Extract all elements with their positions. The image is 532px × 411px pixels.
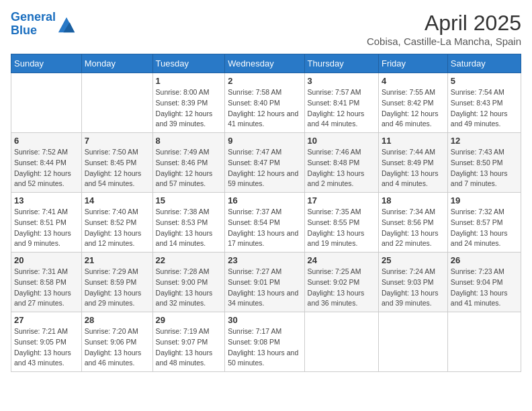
day-detail: Sunrise: 7:27 AM Sunset: 9:01 PM Dayligh…: [228, 267, 301, 309]
day-detail: Sunrise: 7:46 AM Sunset: 8:48 PM Dayligh…: [308, 147, 375, 189]
calendar-cell: [378, 312, 447, 372]
day-number: 21: [85, 255, 150, 265]
calendar-cell: 17Sunrise: 7:35 AM Sunset: 8:55 PM Dayli…: [304, 193, 378, 253]
calendar-cell: 6Sunrise: 7:52 AM Sunset: 8:44 PM Daylig…: [11, 133, 82, 193]
calendar-cell: 26Sunrise: 7:23 AM Sunset: 9:04 PM Dayli…: [447, 253, 521, 312]
calendar-cell: 9Sunrise: 7:47 AM Sunset: 8:47 PM Daylig…: [225, 133, 304, 193]
day-number: 8: [156, 136, 222, 146]
weekday-header-cell: Tuesday: [152, 54, 225, 73]
calendar-cell: 27Sunrise: 7:21 AM Sunset: 9:05 PM Dayli…: [11, 312, 82, 372]
day-number: 14: [85, 195, 150, 205]
day-detail: Sunrise: 8:00 AM Sunset: 8:39 PM Dayligh…: [156, 87, 222, 130]
day-number: 2: [228, 76, 301, 86]
day-detail: Sunrise: 7:38 AM Sunset: 8:53 PM Dayligh…: [156, 207, 222, 249]
day-number: 13: [14, 195, 79, 205]
day-detail: Sunrise: 7:44 AM Sunset: 8:49 PM Dayligh…: [382, 147, 445, 189]
calendar-cell: 4Sunrise: 7:55 AM Sunset: 8:42 PM Daylig…: [378, 73, 447, 133]
logo-icon: [57, 15, 76, 34]
calendar-cell: 21Sunrise: 7:29 AM Sunset: 8:59 PM Dayli…: [81, 253, 152, 312]
day-number: 26: [451, 255, 518, 265]
day-number: 6: [14, 136, 79, 146]
calendar-cell: 5Sunrise: 7:54 AM Sunset: 8:43 PM Daylig…: [447, 73, 521, 133]
calendar-cell: [11, 73, 82, 133]
day-detail: Sunrise: 7:28 AM Sunset: 9:00 PM Dayligh…: [156, 267, 222, 309]
day-number: 28: [85, 315, 150, 325]
weekday-header-cell: Saturday: [447, 54, 521, 73]
weekday-header-row: SundayMondayTuesdayWednesdayThursdayFrid…: [11, 54, 521, 73]
day-detail: Sunrise: 7:47 AM Sunset: 8:47 PM Dayligh…: [228, 147, 301, 189]
calendar-cell: 2Sunrise: 7:58 AM Sunset: 8:40 PM Daylig…: [225, 73, 304, 133]
day-number: 3: [308, 76, 375, 86]
day-number: 17: [308, 195, 375, 205]
day-number: 11: [382, 136, 445, 146]
day-detail: Sunrise: 7:40 AM Sunset: 8:52 PM Dayligh…: [85, 207, 150, 249]
title-area: April 2025 Cobisa, Castille-La Mancha, S…: [367, 11, 521, 47]
day-detail: Sunrise: 7:37 AM Sunset: 8:54 PM Dayligh…: [228, 207, 301, 249]
day-number: 20: [14, 255, 79, 265]
day-number: 15: [156, 195, 222, 205]
calendar-cell: 1Sunrise: 8:00 AM Sunset: 8:39 PM Daylig…: [152, 73, 225, 133]
day-detail: Sunrise: 7:55 AM Sunset: 8:42 PM Dayligh…: [382, 87, 445, 130]
day-number: 7: [85, 136, 150, 146]
day-number: 5: [451, 76, 518, 86]
calendar-cell: 25Sunrise: 7:24 AM Sunset: 9:03 PM Dayli…: [378, 253, 447, 312]
day-detail: Sunrise: 7:29 AM Sunset: 8:59 PM Dayligh…: [85, 267, 150, 309]
day-number: 1: [156, 76, 222, 86]
day-number: 16: [228, 195, 301, 205]
day-number: 24: [308, 255, 375, 265]
calendar-cell: 22Sunrise: 7:28 AM Sunset: 9:00 PM Dayli…: [152, 253, 225, 312]
calendar-cell: 20Sunrise: 7:31 AM Sunset: 8:58 PM Dayli…: [11, 253, 82, 312]
day-number: 22: [156, 255, 222, 265]
day-number: 25: [382, 255, 445, 265]
weekday-header-cell: Wednesday: [225, 54, 304, 73]
day-detail: Sunrise: 7:31 AM Sunset: 8:58 PM Dayligh…: [14, 267, 79, 309]
weekday-header-cell: Thursday: [304, 54, 378, 73]
calendar-cell: 15Sunrise: 7:38 AM Sunset: 8:53 PM Dayli…: [152, 193, 225, 253]
day-detail: Sunrise: 7:20 AM Sunset: 9:06 PM Dayligh…: [85, 326, 150, 369]
day-detail: Sunrise: 7:34 AM Sunset: 8:56 PM Dayligh…: [382, 207, 445, 249]
header: General Blue April 2025 Cobisa, Castille…: [11, 11, 521, 47]
calendar-body: 1Sunrise: 8:00 AM Sunset: 8:39 PM Daylig…: [11, 73, 521, 372]
calendar-week-row: 27Sunrise: 7:21 AM Sunset: 9:05 PM Dayli…: [11, 312, 521, 372]
calendar-cell: 7Sunrise: 7:50 AM Sunset: 8:45 PM Daylig…: [81, 133, 152, 193]
day-detail: Sunrise: 7:25 AM Sunset: 9:02 PM Dayligh…: [308, 267, 375, 309]
calendar-cell: 30Sunrise: 7:17 AM Sunset: 9:08 PM Dayli…: [225, 312, 304, 372]
calendar-cell: 18Sunrise: 7:34 AM Sunset: 8:56 PM Dayli…: [378, 193, 447, 253]
day-detail: Sunrise: 7:43 AM Sunset: 8:50 PM Dayligh…: [451, 147, 518, 189]
calendar-cell: 3Sunrise: 7:57 AM Sunset: 8:41 PM Daylig…: [304, 73, 378, 133]
calendar-cell: 29Sunrise: 7:19 AM Sunset: 9:07 PM Dayli…: [152, 312, 225, 372]
day-detail: Sunrise: 7:19 AM Sunset: 9:07 PM Dayligh…: [156, 326, 222, 369]
day-number: 27: [14, 315, 79, 325]
calendar-cell: 23Sunrise: 7:27 AM Sunset: 9:01 PM Dayli…: [225, 253, 304, 312]
calendar-cell: 28Sunrise: 7:20 AM Sunset: 9:06 PM Dayli…: [81, 312, 152, 372]
day-number: 18: [382, 195, 445, 205]
day-number: 12: [451, 136, 518, 146]
calendar-cell: 24Sunrise: 7:25 AM Sunset: 9:02 PM Dayli…: [304, 253, 378, 312]
page-title: April 2025: [367, 11, 521, 36]
day-number: 30: [228, 315, 301, 325]
calendar-table: SundayMondayTuesdayWednesdayThursdayFrid…: [11, 54, 521, 372]
day-number: 29: [156, 315, 222, 325]
day-detail: Sunrise: 7:24 AM Sunset: 9:03 PM Dayligh…: [382, 267, 445, 309]
day-number: 9: [228, 136, 301, 146]
weekday-header-cell: Monday: [81, 54, 152, 73]
day-detail: Sunrise: 7:41 AM Sunset: 8:51 PM Dayligh…: [14, 207, 79, 249]
day-detail: Sunrise: 7:58 AM Sunset: 8:40 PM Dayligh…: [228, 87, 301, 130]
day-number: 23: [228, 255, 301, 265]
calendar-cell: 8Sunrise: 7:49 AM Sunset: 8:46 PM Daylig…: [152, 133, 225, 193]
calendar-cell: 14Sunrise: 7:40 AM Sunset: 8:52 PM Dayli…: [81, 193, 152, 253]
page-subtitle: Cobisa, Castille-La Mancha, Spain: [367, 36, 521, 47]
day-detail: Sunrise: 7:52 AM Sunset: 8:44 PM Dayligh…: [14, 147, 79, 189]
day-detail: Sunrise: 7:54 AM Sunset: 8:43 PM Dayligh…: [451, 87, 518, 130]
day-number: 4: [382, 76, 445, 86]
calendar-cell: 16Sunrise: 7:37 AM Sunset: 8:54 PM Dayli…: [225, 193, 304, 253]
calendar-week-row: 20Sunrise: 7:31 AM Sunset: 8:58 PM Dayli…: [11, 253, 521, 312]
calendar-week-row: 1Sunrise: 8:00 AM Sunset: 8:39 PM Daylig…: [11, 73, 521, 133]
calendar-cell: 10Sunrise: 7:46 AM Sunset: 8:48 PM Dayli…: [304, 133, 378, 193]
day-number: 19: [451, 195, 518, 205]
day-detail: Sunrise: 7:49 AM Sunset: 8:46 PM Dayligh…: [156, 147, 222, 189]
logo-text: General Blue: [11, 11, 56, 38]
day-detail: Sunrise: 7:32 AM Sunset: 8:57 PM Dayligh…: [451, 207, 518, 249]
calendar-cell: [304, 312, 378, 372]
day-number: 10: [308, 136, 375, 146]
